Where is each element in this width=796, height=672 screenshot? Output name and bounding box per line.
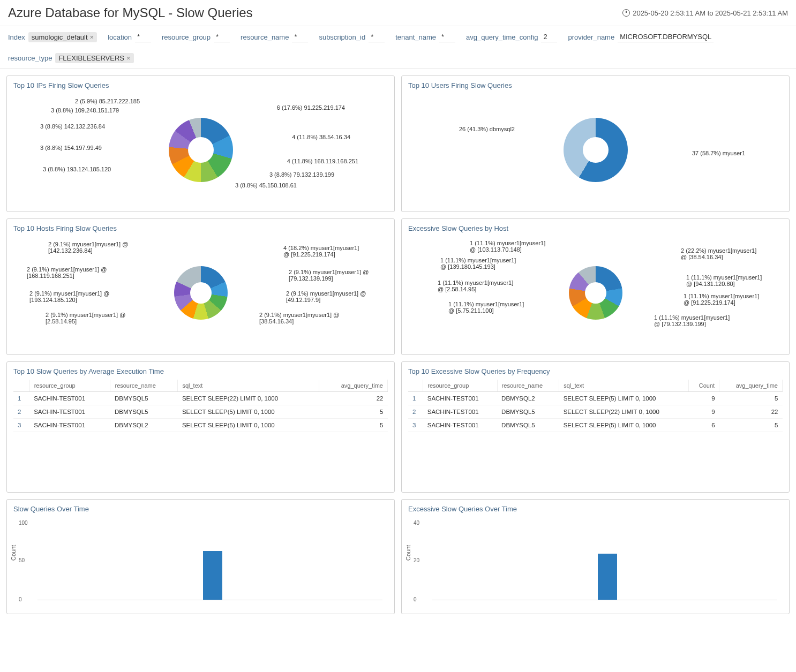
cell-rg: SACHIN-TEST001	[423, 405, 497, 419]
close-icon[interactable]: ×	[90, 33, 94, 41]
slice-label: 37 (58.7%) myuser1	[692, 150, 745, 156]
col-resource-name[interactable]: resource_name	[497, 380, 559, 392]
filter-value[interactable]: 2	[541, 32, 557, 42]
table-row[interactable]: 3 SACHIN-TEST001 DBMYSQL2 SELECT SLEEP(5…	[13, 419, 388, 432]
table-row[interactable]: 2 SACHIN-TEST001 DBMYSQL5 SELECT SLEEP(5…	[13, 405, 388, 419]
y-axis-label: Count	[10, 545, 17, 561]
cell-time: 5	[719, 419, 783, 432]
col-avg-time[interactable]: avg_query_time	[319, 380, 387, 392]
plot-area	[432, 523, 777, 600]
table-row[interactable]: 3 SACHIN-TEST001 DBMYSQL5 SELECT SLEEP(5…	[408, 419, 783, 432]
panel-title: Top 10 Users Firing Slow Queries	[408, 81, 783, 89]
table-slow-queries: resource_group resource_name sql_text av…	[13, 380, 388, 432]
cell-rn: DBMYSQL2	[110, 419, 178, 432]
chip-resource-type[interactable]: FLEXIBLESERVERS ×	[55, 53, 133, 63]
panel-slow-over-time: Slow Queries Over Time Count 100 50 0	[6, 499, 395, 614]
donut-chart-users[interactable]: 37 (58.7%) myuser1 26 (41.3%) dbmysql2	[408, 94, 783, 206]
filter-provider-name[interactable]: provider_name MICROSOFT.DBFORMYSQL	[568, 32, 714, 42]
filter-label: tenant_name	[395, 33, 436, 41]
filter-resource-name[interactable]: resource_name *	[241, 32, 308, 42]
donut-chart-hosts[interactable]: 4 (18.2%) myuser1[myuser1] @ [91.225.219…	[13, 237, 388, 349]
cell-rg: SACHIN-TEST001	[29, 419, 110, 432]
filter-value[interactable]: *	[369, 32, 385, 42]
panel-title: Top 10 Excessive Slow Queries by Frequen…	[408, 367, 783, 375]
cell-rg: SACHIN-TEST001	[29, 405, 110, 419]
slice-label: 3 (8.8%) 193.124.185.120	[43, 166, 111, 172]
slice-label: 2 (22.2%) myuser1[myuser1] @ [38.54.16.3…	[681, 247, 764, 260]
cell-count: 9	[688, 392, 719, 405]
y-tick: 20	[414, 557, 419, 563]
filter-location[interactable]: location *	[108, 32, 151, 42]
filter-value[interactable]: MICROSOFT.DBFORMYSQL	[618, 32, 714, 42]
donut-icon	[174, 266, 228, 320]
y-tick: 0	[414, 597, 417, 602]
panel-title: Top 10 IPs Firing Slow Queries	[13, 81, 388, 89]
col-count[interactable]: Count	[688, 380, 719, 392]
donut-chart-ips[interactable]: 6 (17.6%) 91.225.219.174 4 (11.8%) 38.54…	[13, 94, 388, 206]
slice-label: 26 (41.3%) dbmysql2	[459, 126, 515, 132]
slice-label: 3 (8.8%) 109.248.151.179	[51, 107, 119, 114]
cell-rg: SACHIN-TEST001	[423, 419, 497, 432]
cell-rg: SACHIN-TEST001	[29, 392, 110, 405]
filter-index[interactable]: Index sumologic_default ×	[8, 32, 97, 42]
slice-label: 4 (18.2%) myuser1[myuser1] @ [91.225.219…	[283, 245, 366, 258]
slice-label: 3 (8.8%) 79.132.139.199	[269, 171, 334, 178]
donut-chart-excessive-host[interactable]: 2 (22.2%) myuser1[myuser1] @ [38.54.16.3…	[408, 237, 783, 349]
filter-resource-type[interactable]: resource_type FLEXIBLESERVERS ×	[8, 53, 134, 63]
cell-idx: 1	[13, 392, 29, 405]
cell-rn: DBMYSQL5	[497, 405, 559, 419]
filter-bar: Index sumologic_default × location * res…	[0, 26, 796, 69]
cell-rn: DBMYSQL5	[110, 405, 178, 419]
time-range[interactable]: 2025-05-20 2:53:11 AM to 2025-05-21 2:53…	[622, 9, 788, 17]
cell-rg: SACHIN-TEST001	[423, 392, 497, 405]
table-row[interactable]: 2 SACHIN-TEST001 DBMYSQL5 SELECT SLEEP(2…	[408, 405, 783, 419]
slice-label: 6 (17.6%) 91.225.219.174	[277, 104, 345, 111]
bar-chart-excessive[interactable]: Count 40 20 0	[408, 517, 783, 608]
table-row[interactable]: 1 SACHIN-TEST001 DBMYSQL5 SELECT SLEEP(2…	[13, 392, 388, 405]
cell-rn: DBMYSQL5	[497, 419, 559, 432]
col-sql-text[interactable]: sql_text	[559, 380, 689, 392]
filter-value[interactable]: *	[292, 32, 308, 42]
filter-value[interactable]: *	[214, 32, 230, 42]
col-idx[interactable]	[13, 380, 29, 392]
bar[interactable]	[203, 551, 222, 600]
col-avg-time[interactable]: avg_query_time	[719, 380, 783, 392]
slice-label: 2 (9.1%) myuser1[myuser1] @ [193.124.185…	[29, 290, 112, 303]
filter-value[interactable]: *	[135, 32, 151, 42]
time-range-label: 2025-05-20 2:53:11 AM to 2025-05-21 2:53…	[633, 9, 788, 17]
filter-resource-group[interactable]: resource_group *	[162, 32, 230, 42]
col-sql-text[interactable]: sql_text	[178, 380, 319, 392]
col-idx[interactable]	[408, 380, 423, 392]
filter-label: resource_name	[241, 33, 289, 41]
donut-icon	[569, 266, 622, 320]
filter-label: location	[108, 33, 132, 41]
filter-label: resource_group	[162, 33, 211, 41]
cell-sql: SELECT SLEEP(5) LIMIT 0, 1000	[559, 419, 689, 432]
bar[interactable]	[598, 554, 617, 600]
filter-subscription-id[interactable]: subscription_id *	[319, 32, 385, 42]
cell-sql: SELECT SLEEP(22) LIMIT 0, 1000	[559, 405, 689, 419]
filter-value[interactable]: *	[439, 32, 455, 42]
slice-label: 4 (11.8%) 168.119.168.251	[287, 158, 358, 164]
table-wrap[interactable]: resource_group resource_name sql_text Co…	[408, 380, 783, 487]
panel-title: Top 10 Hosts Firing Slow Queries	[13, 224, 388, 232]
filter-tenant-name[interactable]: tenant_name *	[395, 32, 455, 42]
cell-sql: SELECT SLEEP(22) LIMIT 0, 1000	[178, 392, 319, 405]
panel-slow-by-time: Top 10 Slow Queries by Average Execution…	[6, 361, 395, 493]
chip-text: sumologic_default	[32, 33, 88, 41]
filter-label: Index	[8, 33, 25, 41]
donut-icon	[169, 118, 233, 182]
slice-label: 1 (11.1%) myuser1[myuser1] @ [103.113.70…	[470, 240, 553, 253]
col-resource-group[interactable]: resource_group	[423, 380, 497, 392]
filter-avg-query-time[interactable]: avg_query_time_config 2	[466, 32, 557, 42]
col-resource-name[interactable]: resource_name	[110, 380, 178, 392]
cell-idx: 1	[408, 392, 423, 405]
table-wrap[interactable]: resource_group resource_name sql_text av…	[13, 380, 388, 487]
chip-index[interactable]: sumologic_default ×	[28, 32, 97, 42]
col-resource-group[interactable]: resource_group	[29, 380, 110, 392]
slice-label: 2 (9.1%) myuser1[myuser1] @ [2.58.14.95]	[46, 312, 129, 324]
table-row[interactable]: 1 SACHIN-TEST001 DBMYSQL2 SELECT SLEEP(5…	[408, 392, 783, 405]
bar-chart-slow[interactable]: Count 100 50 0	[13, 517, 388, 608]
filter-label: avg_query_time_config	[466, 33, 538, 41]
close-icon[interactable]: ×	[126, 54, 131, 62]
